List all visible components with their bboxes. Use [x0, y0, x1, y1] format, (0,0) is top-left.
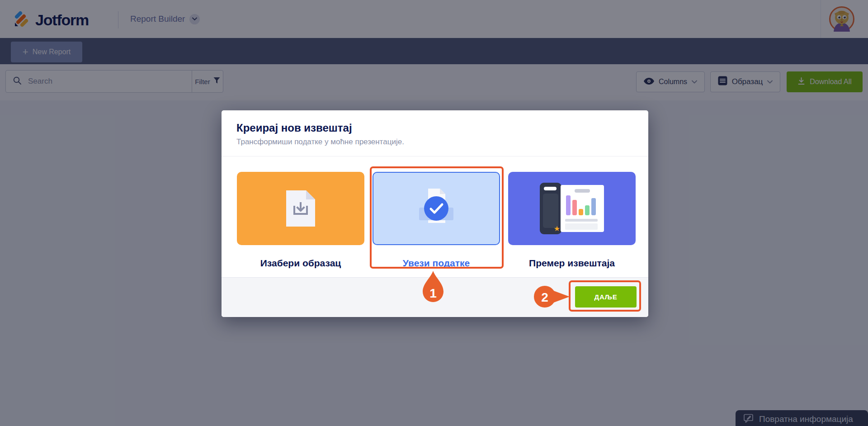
next-button[interactable]: ДАЉЕ — [575, 286, 637, 308]
import-data-label: Увези податке — [403, 258, 470, 269]
import-data-check-icon — [409, 181, 463, 236]
option-choose-form[interactable]: Изабери образац — [237, 172, 364, 269]
choose-form-card[interactable] — [237, 172, 364, 245]
option-sample-report[interactable]: ★ Премер извештаја — [508, 172, 636, 269]
choose-form-label: Изабери образац — [260, 258, 341, 269]
star-icon: ★ — [554, 225, 560, 232]
sample-report-icon: ★ — [540, 183, 604, 234]
modal-header: Креирај нов извештај Трансформиши податк… — [222, 110, 648, 156]
form-download-icon — [284, 189, 317, 228]
import-data-card[interactable] — [373, 172, 500, 245]
report-builder-screen: Jotform Report Builder — [0, 0, 868, 426]
modal-subtitle: Трансформиши податке у моћне презентациј… — [236, 137, 633, 147]
sample-report-label: Премер извештаја — [529, 258, 615, 269]
option-import-data[interactable]: Увези податке — [373, 172, 500, 269]
sample-report-card[interactable]: ★ — [508, 172, 636, 245]
modal-title: Креирај нов извештај — [236, 122, 633, 134]
modal-body: Изабери образац Увези податке — [222, 156, 648, 277]
modal-footer: ДАЉЕ — [222, 277, 648, 317]
create-report-modal: Креирај нов извештај Трансформиши податк… — [222, 110, 648, 317]
report-type-options: Изабери образац Увези податке — [237, 172, 636, 269]
